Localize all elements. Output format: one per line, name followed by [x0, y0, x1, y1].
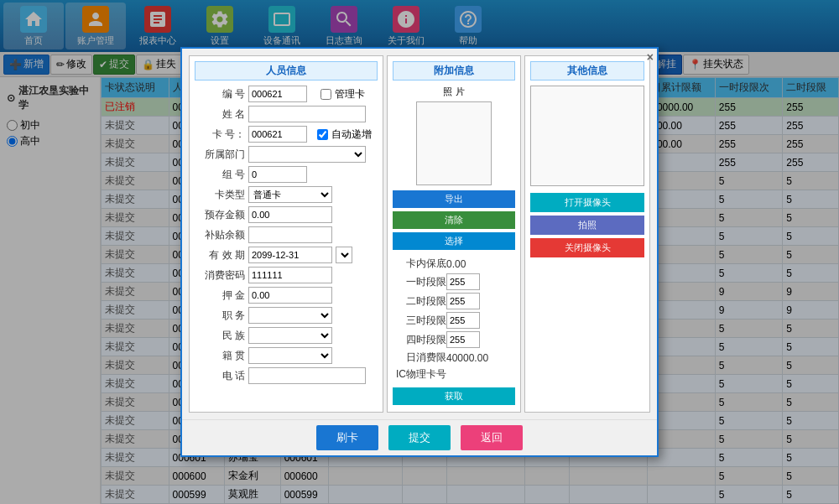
deposit-label: 押 金	[195, 288, 245, 303]
expiry-select[interactable]: ▼	[336, 247, 352, 263]
extra-panel-title: 附加信息	[393, 61, 515, 81]
group-input[interactable]	[248, 166, 307, 183]
t1-input[interactable]	[446, 273, 480, 290]
mgmt-card-checkbox[interactable]	[320, 89, 331, 100]
expiry-row: 有 效 期 ▼	[195, 247, 378, 263]
t4-input[interactable]	[446, 331, 480, 348]
deposit-row: 押 金	[195, 287, 378, 304]
daily-limit-label: 日消费限	[393, 351, 446, 365]
ethnicity-label: 民 族	[195, 329, 245, 343]
dept-row: 所属部门	[195, 146, 378, 163]
group-row: 组 号	[195, 166, 378, 183]
modal-overlay: × 人员信息 编 号 管理卡 姓 名	[0, 0, 839, 504]
save-button[interactable]: 刷卡	[316, 425, 378, 450]
prepaid-input[interactable]	[248, 206, 332, 223]
phone-input[interactable]	[248, 367, 366, 384]
take-photo-button[interactable]: 拍照	[530, 216, 644, 235]
photo-label: 照 片	[393, 86, 515, 98]
code-row: 编 号 管理卡	[195, 86, 378, 102]
modal-submit-button[interactable]: 提交	[388, 425, 451, 450]
t2-row: 二时段限	[393, 293, 515, 309]
mgmt-card-label: 管理卡	[335, 87, 365, 101]
camera-preview	[530, 86, 644, 186]
household-select[interactable]	[248, 347, 332, 364]
code-label: 编 号	[195, 87, 245, 101]
modal-footer: 刷卡 提交 返回	[182, 419, 657, 455]
name-label: 姓 名	[195, 107, 245, 122]
phone-label: 电 话	[195, 369, 245, 383]
other-panel-title: 其他信息	[530, 61, 644, 81]
t3-row: 三时段限	[393, 312, 515, 329]
household-label: 籍 贯	[195, 349, 245, 363]
password-label: 消费密码	[195, 268, 245, 283]
subsidy-row: 补贴余额	[195, 226, 378, 243]
password-input[interactable]	[248, 267, 332, 283]
household-row: 籍 贯	[195, 347, 378, 364]
expiry-input[interactable]	[248, 247, 332, 263]
close-camera-button[interactable]: 关闭摄像头	[530, 238, 644, 257]
card-type-label: 卡类型	[195, 188, 245, 202]
subsidy-label: 补贴余额	[195, 228, 245, 242]
card-no-row: 卡 号： 自动递增	[195, 126, 378, 143]
job-select[interactable]	[248, 307, 332, 324]
new-person-modal: × 人员信息 编 号 管理卡 姓 名	[180, 47, 659, 457]
code-input[interactable]	[248, 86, 307, 102]
job-row: 职 务	[195, 307, 378, 324]
ethnicity-row: 民 族	[195, 327, 378, 344]
auto-increment-checkbox[interactable]	[317, 129, 328, 140]
t3-input[interactable]	[446, 312, 480, 329]
daily-limit-value: 40000.00	[446, 352, 488, 364]
deposit-input[interactable]	[248, 287, 332, 304]
job-label: 职 务	[195, 309, 245, 323]
modal-close-button[interactable]: ×	[647, 50, 654, 64]
phone-row: 电 话	[195, 367, 378, 384]
t4-label: 四时段限	[393, 333, 446, 347]
other-info-panel: 其他信息 打开摄像头 拍照 关闭摄像头	[524, 55, 650, 413]
ic-label: IC物理卡号	[393, 367, 446, 382]
person-info-panel: 人员信息 编 号 管理卡 姓 名 卡 号：	[189, 55, 383, 413]
password-row: 消费密码	[195, 267, 378, 283]
expiry-label: 有 效 期	[195, 248, 245, 262]
extra-fields-section: 卡内保底 0.00 一时段限 二时段限 三时段限	[393, 257, 515, 382]
card-no-input[interactable]	[248, 126, 307, 143]
ic-row: IC物理卡号	[393, 367, 515, 382]
t3-label: 三时段限	[393, 314, 446, 328]
dept-label: 所属部门	[195, 148, 245, 162]
t1-row: 一时段限	[393, 273, 515, 290]
ethnicity-select[interactable]	[248, 327, 332, 344]
open-camera-button[interactable]: 打开摄像头	[530, 193, 644, 212]
auto-increment-label: 自动递增	[331, 127, 372, 142]
t4-row: 四时段限	[393, 331, 515, 348]
fetch-button[interactable]: 获取	[393, 387, 515, 405]
export-button[interactable]: 导出	[393, 190, 515, 208]
t2-label: 二时段限	[393, 294, 446, 309]
card-deposit-row: 卡内保底 0.00	[393, 257, 515, 271]
card-deposit-label: 卡内保底	[393, 257, 446, 271]
t2-input[interactable]	[446, 293, 480, 309]
card-type-select[interactable]: 普通卡	[248, 186, 332, 203]
modal-body: 人员信息 编 号 管理卡 姓 名 卡 号：	[182, 49, 657, 419]
name-input[interactable]	[248, 106, 366, 122]
clear-button[interactable]: 清除	[393, 211, 515, 229]
select-button[interactable]: 选择	[393, 232, 515, 250]
prepaid-label: 预存金额	[195, 208, 245, 222]
daily-limit-row: 日消费限 40000.00	[393, 351, 515, 365]
photo-area	[416, 101, 492, 185]
extra-info-panel: 附加信息 照 片 导出 清除 选择 卡内保底 0.00 一时段限	[387, 55, 521, 413]
info-panel-title: 人员信息	[195, 61, 378, 81]
prepaid-row: 预存金额	[195, 206, 378, 223]
group-label: 组 号	[195, 168, 245, 182]
name-row: 姓 名	[195, 106, 378, 122]
dept-select[interactable]	[248, 146, 366, 163]
back-button[interactable]: 返回	[461, 425, 523, 450]
card-no-label: 卡 号：	[195, 127, 245, 142]
card-type-row: 卡类型 普通卡	[195, 186, 378, 203]
card-deposit-value: 0.00	[446, 258, 466, 270]
subsidy-input[interactable]	[248, 226, 332, 243]
t1-label: 一时段限	[393, 275, 446, 289]
